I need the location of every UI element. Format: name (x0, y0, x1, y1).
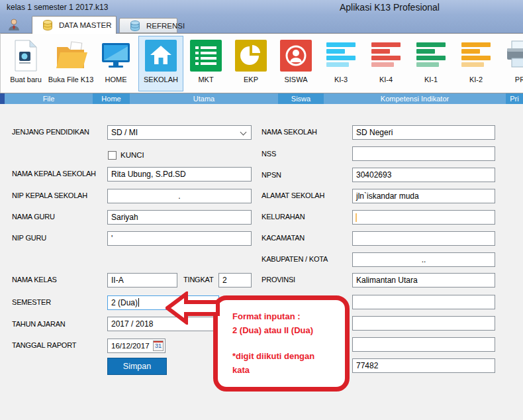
group-utama: Utama (130, 93, 278, 104)
ribbon-button-ki1[interactable]: KI-1 (408, 36, 453, 91)
app-title: Aplikasi K13 Profesional (340, 2, 440, 13)
text-caret (138, 298, 139, 307)
ribbon-button-home[interactable]: HOME (93, 36, 138, 91)
kunci-checkbox[interactable] (108, 151, 117, 160)
ribbon-button-label: EKP (244, 76, 258, 83)
app-window: kelas 1 semester 1 2017.k13 Aplikasi K13… (0, 0, 523, 420)
tahun-ajaran-label: TAHUN AJARAN (12, 320, 66, 328)
nama-sekolah-input[interactable]: SD Negeri (352, 125, 495, 140)
jenjang-pendidikan-label: JENJANG PENDIDIKAN (12, 128, 89, 136)
ribbon-button-buat-baru[interactable]: Buat baru (3, 36, 48, 91)
nama-sekolah-label: NAMA SEKOLAH (262, 128, 317, 136)
group-kompetensi-indikator: Kompetensi Indikator (324, 93, 506, 104)
nip-guru-input[interactable]: ' (107, 231, 252, 246)
list-icon (189, 38, 223, 73)
nama-kepala-input[interactable]: Rita Ubung, S.Pd.SD (107, 167, 252, 182)
alamat-sekolah-label: ALAMAT SEKOLAH (262, 191, 324, 199)
tab-data-master[interactable]: DATA MASTER (32, 16, 117, 34)
annotation-line: *digit diikuti dengan (232, 349, 345, 363)
kacamatan-input[interactable] (352, 231, 495, 246)
nama-kelas-label: NAMA KELAS (12, 276, 57, 284)
printer-icon (504, 38, 523, 73)
ribbon-button-ki3[interactable]: KI-3 (318, 36, 363, 91)
tingkat-label: TINGKAT (183, 276, 213, 284)
extra-input-4[interactable]: 77482 (352, 358, 495, 373)
bars-icon (324, 38, 358, 73)
extra-input-1[interactable] (352, 295, 495, 309)
kelurahan-label: KELURAHAN (262, 213, 305, 221)
npsn-input[interactable]: 30402693 (352, 168, 495, 182)
ribbon-button-label: KI-2 (469, 76, 483, 83)
group-siswa: Siswa (278, 93, 324, 104)
group-print: Pri (506, 93, 523, 104)
text-caret (356, 213, 357, 222)
bars-icon (414, 38, 448, 73)
tanggal-raport-value: 16/12/2017 (111, 342, 150, 350)
nama-guru-input[interactable]: Sariyah (107, 210, 252, 225)
kelurahan-input[interactable] (352, 210, 495, 225)
ribbon-button-ekp[interactable]: EKP (228, 36, 273, 91)
database-blue-icon (130, 20, 140, 32)
open-folder-icon (54, 38, 88, 73)
ribbon-button-label: KI-4 (379, 76, 393, 83)
provinsi-label: PROVINSI (262, 276, 295, 284)
nama-kelas-input[interactable]: II-A (107, 273, 177, 288)
tanggal-raport-input[interactable]: 16/12/2017 31 (107, 339, 166, 353)
ribbon-button-ki2[interactable]: KI-2 (453, 36, 499, 91)
group-file: File (5, 93, 93, 104)
tingkat-input[interactable]: 2 (218, 273, 252, 288)
ribbon-button-label: PRI (515, 76, 523, 83)
extra-input-2[interactable] (352, 316, 495, 331)
ribbon-button-label: HOME (105, 76, 127, 83)
kabupaten-kota-input[interactable]: .. (352, 252, 495, 267)
alamat-sekolah-input[interactable]: jln`iskandar muda (352, 189, 495, 203)
ribbon-button-mkt[interactable]: MKT (183, 36, 228, 91)
tab-label: DATA MASTER (59, 21, 111, 29)
student-icon (279, 38, 313, 73)
extra-input-3[interactable] (352, 337, 495, 352)
chevron-down-icon (240, 129, 247, 136)
ribbon-button-buka-file[interactable]: Buka File K13 (48, 36, 93, 91)
ribbon-button-siswa[interactable]: SISWA (273, 36, 318, 91)
house-icon (144, 38, 178, 73)
nss-input[interactable] (352, 146, 495, 161)
ribbon-button-sekolah[interactable]: SEKOLAH (138, 36, 183, 91)
kabupaten-kota-label: KABUPATEN / KOTA (262, 255, 328, 263)
monitor-icon (99, 38, 133, 73)
ribbon-button-print[interactable]: PRI (499, 36, 523, 91)
annotation-line: kata (232, 363, 345, 377)
bars-icon (459, 38, 493, 73)
tab-refrensi[interactable]: REFRENSI (119, 18, 177, 33)
nip-kepala-label: NIP KEPALA SEKOLAH (12, 191, 87, 199)
nip-guru-label: NIP GURU (12, 234, 46, 242)
nip-kepala-input[interactable]: . (107, 189, 252, 203)
document-title: kelas 1 semester 1 2017.k13 (7, 3, 108, 12)
jenjang-pendidikan-value: SD / MI (111, 128, 138, 137)
ribbon-button-label: Buat baru (10, 76, 42, 83)
npsn-label: NPSN (262, 171, 281, 179)
nss-label: NSS (262, 150, 276, 158)
pie-chart-icon (234, 38, 268, 73)
ribbon-button-label: MKT (198, 76, 213, 83)
ribbon-button-label: KI-3 (334, 76, 348, 83)
semester-value: 2 (Dua) (111, 298, 138, 307)
user-avatar-icon[interactable] (6, 18, 22, 31)
window-edge (0, 93, 5, 104)
ribbon-button-label: KI-1 (424, 76, 438, 83)
ribbon-button-label: SISWA (284, 76, 307, 83)
new-document-icon (9, 38, 43, 73)
annotation-line: Format inputan : (232, 309, 345, 323)
nama-kepala-label: NAMA KEPALA SEKOLAH (12, 170, 96, 178)
kunci-label: KUNCI (120, 151, 144, 159)
ribbon-button-ki4[interactable]: KI-4 (363, 36, 408, 91)
annotation-note: Format inputan : 2 (Dua) atau II (Dua) *… (213, 295, 350, 392)
kacamatan-label: KACAMATAN (262, 234, 305, 242)
annotation-line: 2 (Dua) atau II (Dua) (232, 323, 345, 337)
tanggal-raport-label: TANGGAL RAPORT (12, 341, 76, 349)
simpan-button[interactable]: Simpan (107, 358, 167, 375)
jenjang-pendidikan-select[interactable]: SD / MI (107, 125, 252, 140)
calendar-icon[interactable]: 31 (153, 341, 164, 351)
ribbon-toolbar: Buat baru Buka File K13 (0, 33, 523, 93)
provinsi-input[interactable]: Kalimantan Utara (352, 273, 495, 288)
bars-icon (369, 38, 403, 73)
